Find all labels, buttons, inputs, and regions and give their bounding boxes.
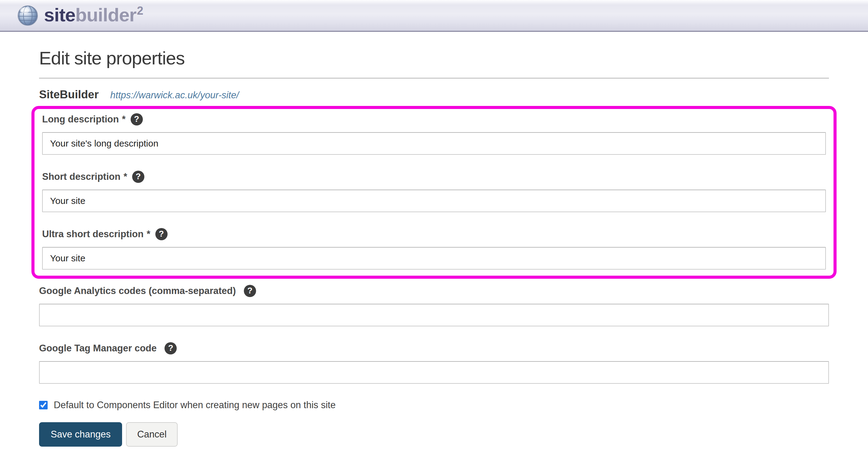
long-description-input[interactable] (42, 132, 826, 155)
help-icon[interactable]: ? (132, 170, 144, 183)
sitebuilder-logo[interactable]: sitebuilder2 (17, 5, 143, 26)
site-url-link[interactable]: https://warwick.ac.uk/your-site/ (110, 90, 239, 101)
google-tag-manager-label: Google Tag Manager code (39, 343, 157, 354)
required-asterisk: * (147, 229, 150, 240)
field-label-row: Google Analytics codes (comma-separated)… (39, 284, 829, 298)
short-description-label: Short description (42, 171, 121, 182)
logo-word-builder: builder (75, 4, 136, 25)
help-icon[interactable]: ? (155, 228, 167, 240)
components-editor-checkbox-row: Default to Components Editor when creati… (39, 400, 829, 411)
components-editor-checkbox-label[interactable]: Default to Components Editor when creati… (54, 400, 336, 411)
google-analytics-input[interactable] (39, 304, 829, 326)
field-label-row: Google Tag Manager code ? (39, 342, 829, 355)
field-label-row: Short description * ? (42, 170, 826, 184)
app-header: sitebuilder2 (0, 0, 868, 32)
edit-site-properties-form: Edit site properties SiteBuilder https:/… (0, 48, 868, 447)
logo-word-site: site (44, 4, 75, 25)
help-icon[interactable]: ? (131, 113, 143, 125)
required-asterisk: * (122, 114, 125, 125)
save-changes-button[interactable]: Save changes (39, 422, 122, 447)
google-analytics-label: Google Analytics codes (comma-separated) (39, 285, 236, 297)
ultra-short-description-label: Ultra short description (42, 229, 144, 240)
help-icon[interactable]: ? (164, 342, 177, 354)
field-group-short-description: Short description * ? (42, 170, 826, 212)
help-icon[interactable]: ? (244, 285, 256, 297)
ultra-short-description-input[interactable] (42, 247, 826, 270)
logo-superscript: 2 (137, 4, 143, 17)
field-label-row: Long description * ? (42, 113, 826, 126)
form-actions: Save changes Cancel (39, 422, 829, 447)
required-asterisk: * (124, 171, 127, 182)
site-identity-row: SiteBuilder https://warwick.ac.uk/your-s… (39, 88, 829, 101)
field-label-row: Ultra short description * ? (42, 227, 826, 241)
highlight-annotation-box: Long description * ? Short description *… (31, 106, 837, 279)
site-name: SiteBuilder (39, 88, 99, 101)
title-divider (39, 78, 829, 79)
globe-icon (17, 5, 38, 26)
field-group-long-description: Long description * ? (42, 113, 826, 155)
logo-wordmark: sitebuilder2 (44, 5, 143, 26)
field-group-ultra-short-description: Ultra short description * ? (42, 227, 826, 270)
cancel-button[interactable]: Cancel (126, 422, 178, 447)
components-editor-checkbox[interactable] (39, 401, 48, 409)
google-tag-manager-input[interactable] (39, 361, 829, 384)
page-title: Edit site properties (39, 48, 829, 69)
field-group-google-analytics: Google Analytics codes (comma-separated)… (39, 284, 829, 326)
long-description-label: Long description (42, 114, 119, 125)
field-group-google-tag-manager: Google Tag Manager code ? (39, 342, 829, 384)
short-description-input[interactable] (42, 190, 826, 212)
